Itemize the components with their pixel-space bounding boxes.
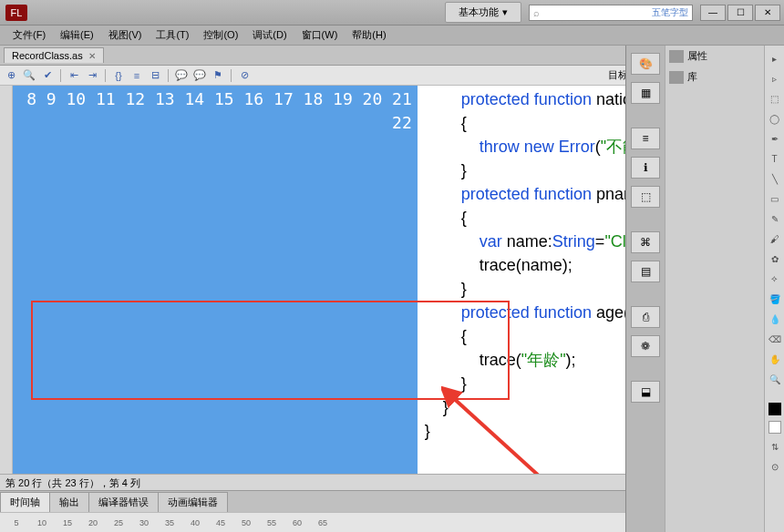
swatches-panel-icon[interactable]: ▦ <box>631 82 660 104</box>
bottom-tab[interactable]: 编译器错误 <box>88 492 159 512</box>
rectangle-tool-icon[interactable]: ▭ <box>768 191 782 206</box>
indent-out-icon[interactable]: ⇤ <box>67 68 81 83</box>
transform-panel-icon[interactable]: ⬚ <box>631 186 660 208</box>
comment-icon[interactable]: 💬 <box>174 68 189 83</box>
free-transform-tool-icon[interactable]: ⬚ <box>768 91 782 106</box>
collapse-icon[interactable]: ⊟ <box>148 68 162 83</box>
history-panel-icon[interactable]: ⬓ <box>631 381 660 403</box>
gutter <box>0 86 13 474</box>
bone-tool-icon[interactable]: ⟡ <box>768 271 782 286</box>
selection-tool-icon[interactable]: ▸ <box>768 51 782 66</box>
info-panel-icon[interactable]: ℹ <box>631 157 660 179</box>
bottom-tab[interactable]: 输出 <box>49 492 89 512</box>
chevron-down-icon: ▾ <box>502 6 508 18</box>
hand-tool-icon[interactable]: ✋ <box>768 352 782 366</box>
right-panels: 🎨 ▦ ≡ ℹ ⬚ ⌘ ▤ ⎙ ❁ ⬓ 属性 库 <box>625 46 764 532</box>
properties-panel-button[interactable]: 属性 <box>665 46 764 66</box>
brush-tool-icon[interactable]: 🖌 <box>768 231 782 246</box>
subselect-tool-icon[interactable]: ▹ <box>768 71 782 86</box>
library-icon <box>669 71 684 84</box>
menu-item[interactable]: 文件(F) <box>5 26 53 45</box>
pencil-tool-icon[interactable]: ✎ <box>768 211 782 226</box>
snap-icon[interactable]: ⊙ <box>768 459 782 474</box>
lasso-tool-icon[interactable]: ◯ <box>768 111 782 126</box>
menu-item[interactable]: 窗口(W) <box>294 26 346 45</box>
properties-icon <box>669 50 684 63</box>
tools-panel: ▸ ▹ ⬚ ◯ ✒ T ╲ ▭ ✎ 🖌 ✿ ⟡ 🪣 💧 ⌫ ✋ 🔍 ⇅ ⊙ <box>764 46 784 532</box>
project-panel-icon[interactable]: ⎙ <box>631 306 660 328</box>
line-numbers: 8 9 10 11 12 13 14 15 16 17 18 19 20 21 … <box>13 86 418 474</box>
ime-hint: 五笔字型 <box>652 6 688 19</box>
close-icon[interactable]: ✕ <box>88 51 96 61</box>
menu-item[interactable]: 工具(T) <box>149 26 196 45</box>
paint-bucket-tool-icon[interactable]: 🪣 <box>768 292 782 306</box>
debug-icon[interactable]: ⊘ <box>237 68 252 83</box>
color-panel-icon[interactable]: 🎨 <box>631 53 660 75</box>
indent-in-icon[interactable]: ⇥ <box>85 68 99 83</box>
stroke-color[interactable] <box>769 403 781 415</box>
ease-panel-icon[interactable]: ❁ <box>631 335 660 357</box>
app-logo: FL <box>5 5 27 21</box>
menu-item[interactable]: 控制(O) <box>196 26 245 45</box>
maximize-button[interactable]: ☐ <box>727 5 753 21</box>
deco-tool-icon[interactable]: ✿ <box>768 251 782 266</box>
document-tab[interactable]: RecordClass.as ✕ <box>4 47 104 63</box>
workspace-switcher[interactable]: 基本功能 ▾ <box>445 2 521 23</box>
properties-label: 属性 <box>687 49 707 63</box>
menu-item[interactable]: 编辑(E) <box>53 26 101 45</box>
zoom-tool-icon[interactable]: 🔍 <box>768 372 782 386</box>
library-panel-button[interactable]: 库 <box>665 66 764 87</box>
text-tool-icon[interactable]: T <box>768 151 782 166</box>
line-tool-icon[interactable]: ╲ <box>768 171 782 186</box>
bottom-tab[interactable]: 时间轴 <box>0 492 50 512</box>
code-panel-icon[interactable]: ⌘ <box>631 231 660 253</box>
workspace-label: 基本功能 <box>459 5 499 19</box>
search-input[interactable]: ⌕ 五笔字型 <box>529 5 693 21</box>
uncomment-icon[interactable]: 💬 <box>192 68 207 83</box>
components-panel-icon[interactable]: ▤ <box>631 261 660 282</box>
minimize-button[interactable]: — <box>700 5 726 21</box>
close-button[interactable]: ✕ <box>755 5 780 21</box>
menu-item[interactable]: 视图(V) <box>101 26 150 45</box>
title-bar: FL 基本功能 ▾ ⌕ 五笔字型 — ☐ ✕ <box>0 0 784 26</box>
library-label: 库 <box>687 70 697 84</box>
format-icon[interactable]: ≡ <box>129 68 144 83</box>
eraser-tool-icon[interactable]: ⌫ <box>768 332 782 346</box>
find-icon[interactable]: 🔍 <box>22 68 36 83</box>
menu-item[interactable]: 调试(D) <box>245 26 294 45</box>
menu-bar: 文件(F)编辑(E)视图(V)工具(T)控制(O)调试(D)窗口(W)帮助(H) <box>0 26 784 46</box>
bookmark-icon[interactable]: ⚑ <box>211 68 225 83</box>
swap-colors-icon[interactable]: ⇅ <box>768 439 782 454</box>
fill-color[interactable] <box>769 421 781 434</box>
check-icon[interactable]: ✔ <box>40 68 55 83</box>
pen-tool-icon[interactable]: ✒ <box>768 131 782 146</box>
menu-item[interactable]: 帮助(H) <box>345 26 393 45</box>
bottom-tab[interactable]: 动画编辑器 <box>158 492 228 512</box>
add-icon[interactable]: ⊕ <box>4 68 18 83</box>
eyedropper-tool-icon[interactable]: 💧 <box>768 312 782 326</box>
tab-title: RecordClass.as <box>12 50 83 61</box>
brace-icon[interactable]: {} <box>111 68 126 83</box>
align-panel-icon[interactable]: ≡ <box>631 128 660 149</box>
